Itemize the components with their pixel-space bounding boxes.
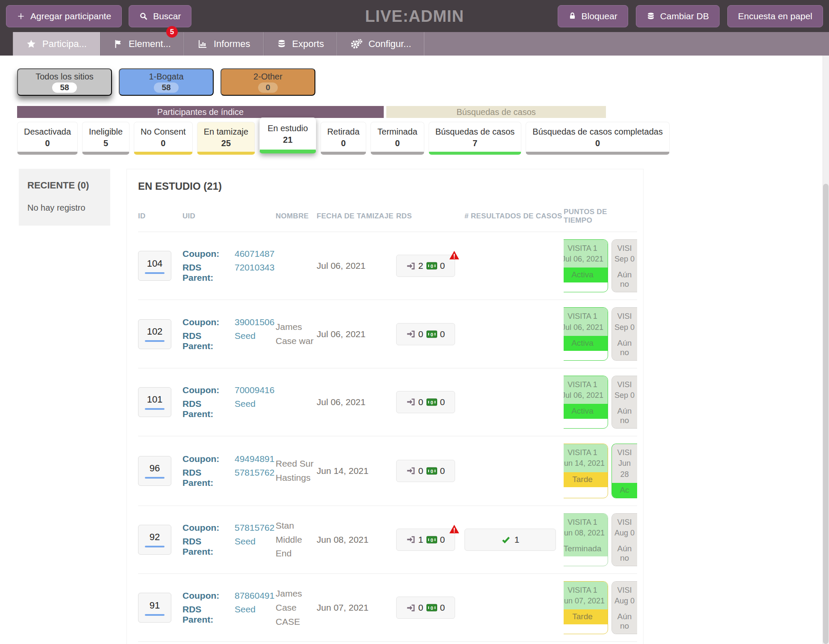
coupon-link[interactable]: 49494891 (235, 454, 274, 464)
site-all-button[interactable]: Todos los sitios 58 (17, 68, 112, 96)
tab-settings[interactable]: Configur... (337, 32, 424, 56)
timepoint-date: Aug 0 (613, 528, 636, 538)
status-tab-terminada[interactable]: Terminada0 (370, 122, 424, 155)
rds-parent-link[interactable]: Seed (235, 536, 256, 557)
screening-date: Jun 07, 2021 (317, 603, 396, 613)
tab-exports[interactable]: Exports (264, 32, 338, 56)
status-tab-en-tamizaje[interactable]: En tamizaje25 (197, 122, 256, 155)
timepoint-card-visit2[interactable]: VISI Sep 0 Aún no (611, 376, 637, 429)
id-cell: 92 (138, 525, 182, 555)
rds-cell: 2 0 0 (396, 255, 464, 277)
participant-id-button[interactable]: 104 (138, 251, 171, 281)
coupon-label: Coupon: (182, 249, 235, 259)
timepoint-card-visit1[interactable]: VISITA 1 Jul 06, 2021 Activa (564, 307, 608, 360)
search-icon (139, 12, 148, 21)
add-participant-button[interactable]: Agregar participante (6, 5, 122, 27)
search-button[interactable]: Buscar (129, 5, 191, 27)
rds-button[interactable]: 0 0 0 (396, 597, 455, 619)
timepoint-card-visit2[interactable]: VISI Jun 28 Ac (611, 444, 637, 498)
rds-parent-link[interactable]: Seed (235, 331, 256, 351)
rds-parent-link[interactable]: 72010343 (235, 262, 274, 283)
timepoint-card-visit1[interactable]: VISITA 1 Jun 08, 2021 Terminada (564, 513, 608, 566)
table-row: 101 Coupon: 70009416 RDS Parent: Seed Ju… (138, 368, 637, 436)
timepoint-title: VISI (613, 311, 636, 322)
timepoint-card-visit2[interactable]: VISI Sep 0 Aún no (611, 239, 637, 292)
tab-reports[interactable]: Informes (184, 32, 264, 56)
scrollbar-thumb[interactable] (823, 184, 829, 644)
timepoint-card-visit1[interactable]: VISITA 1 Jul 06, 2021 Activa (564, 376, 608, 429)
case-result-count: 1 (514, 535, 520, 545)
status-tab-en-estudio[interactable]: En estudio21 (259, 118, 316, 153)
col-header-fecha: FECHA DE TAMIZAJE (317, 212, 396, 221)
rds-parent-link[interactable]: 57815762 (235, 468, 274, 488)
site-bogata-button[interactable]: 1-Bogata 58 (119, 68, 214, 96)
case-results-button[interactable]: 1 (464, 529, 556, 551)
status-tab-busquedas[interactable]: Búsquedas de casos7 (429, 122, 522, 155)
timepoint-status: Activa (564, 336, 608, 351)
top-bar: Agregar participante Buscar LIVE:ADMIN B… (0, 0, 829, 32)
timepoint-card-visit1[interactable]: VISITA 1 Jul 06, 2021 Activa (564, 239, 608, 292)
timepoint-card-visit2[interactable]: VISI Aug 0 Aún no (611, 513, 637, 566)
tab-settings-label: Configur... (368, 38, 411, 50)
status-tab-busquedas-completadas[interactable]: Búsquedas de casos completadas0 (526, 122, 670, 155)
case-results-cell: 1 (464, 529, 564, 551)
coupon-link[interactable]: 46071487 (235, 249, 274, 259)
lock-label: Bloquear (582, 11, 617, 21)
tab-participants[interactable]: Participa... (13, 32, 100, 56)
money-icon: 0 (426, 604, 437, 612)
lock-button[interactable]: Bloquear (558, 5, 628, 27)
site-other-button[interactable]: 2-Other 0 (220, 68, 315, 96)
change-db-button[interactable]: Cambiar DB (636, 5, 720, 27)
participant-name: Stan Middle End (276, 519, 317, 561)
recent-empty-text: No hay registro (27, 203, 102, 213)
id-underline (145, 272, 165, 274)
money-icon: 0 (426, 536, 437, 544)
add-participant-label: Agregar participante (30, 11, 111, 21)
rds-button[interactable]: 1 0 0 (396, 529, 455, 551)
timepoint-date: Sep 0 (613, 390, 636, 401)
coupon-link[interactable]: 57815762 (235, 523, 274, 533)
tab-elements[interactable]: 5 Element... (100, 32, 184, 56)
status-tab-no-consent[interactable]: No Consent0 (134, 122, 193, 155)
timepoint-card-visit2[interactable]: VISI Sep 0 Aún no (611, 307, 637, 360)
bar-chart-icon (197, 39, 208, 49)
coupon-link[interactable]: 87860491 (235, 591, 274, 601)
coupon-link[interactable]: 70009416 (235, 385, 274, 395)
rds-parent-link[interactable]: Seed (235, 604, 256, 625)
rds-button[interactable]: 2 0 0 (396, 255, 455, 277)
timepoint-card-visit1[interactable]: VISITA 1 Jun 14, 2021 Tarde (564, 444, 608, 498)
id-cell: 102 (138, 319, 182, 349)
paper-survey-button[interactable]: Encuesta en papel (727, 5, 823, 27)
timepoints-cell: VISITA 1 Jul 06, 2021 Activa VISI Sep 0 … (564, 307, 637, 360)
check-icon (501, 535, 511, 544)
rds-button[interactable]: 0 0 0 (396, 460, 455, 482)
col-header-nombre: NOMBRE (276, 212, 317, 221)
case-results-cell (464, 255, 564, 277)
participant-id-button[interactable]: 91 (138, 593, 171, 623)
svg-text:0: 0 (430, 332, 433, 337)
payment-count: 0 (440, 535, 445, 545)
participant-id-button[interactable]: 96 (138, 456, 171, 486)
status-tab-desactivada[interactable]: Desactivada0 (17, 122, 78, 155)
screening-date: Jul 06, 2021 (317, 329, 396, 339)
timepoints-cell: VISITA 1 Jun 07, 2021 Tarde VISI Aug 0 A… (564, 581, 637, 634)
table-row: 90 Coupon: 58231822 RDS Parent: Jun 02, … (138, 641, 637, 644)
coupon-link[interactable]: 39001506 (235, 317, 274, 327)
rds-button[interactable]: 0 0 0 (396, 391, 455, 413)
case-results-cell (464, 391, 564, 413)
timepoint-card-visit2[interactable]: VISI Aug 0 Aún no (611, 581, 637, 634)
participant-id: 92 (150, 532, 160, 543)
participant-id-button[interactable]: 102 (138, 319, 171, 349)
participant-id-button[interactable]: 92 (138, 525, 171, 555)
status-tab-retirada[interactable]: Retirada0 (320, 122, 367, 155)
coupon-label: Coupon: (182, 591, 235, 601)
status-tab-ineligible[interactable]: Ineligible5 (82, 122, 129, 155)
rds-button[interactable]: 0 0 0 (396, 323, 455, 345)
rds-parent-label: RDS Parent: (182, 468, 235, 488)
timepoint-date: Jul 06, 2021 (564, 254, 606, 265)
id-underline (145, 477, 165, 479)
participant-id-button[interactable]: 101 (138, 387, 171, 417)
timepoint-card-visit1[interactable]: VISITA 1 Jun 07, 2021 Tarde (564, 581, 608, 634)
rds-parent-link[interactable]: Seed (235, 399, 256, 419)
scrollbar-track[interactable] (823, 56, 829, 644)
